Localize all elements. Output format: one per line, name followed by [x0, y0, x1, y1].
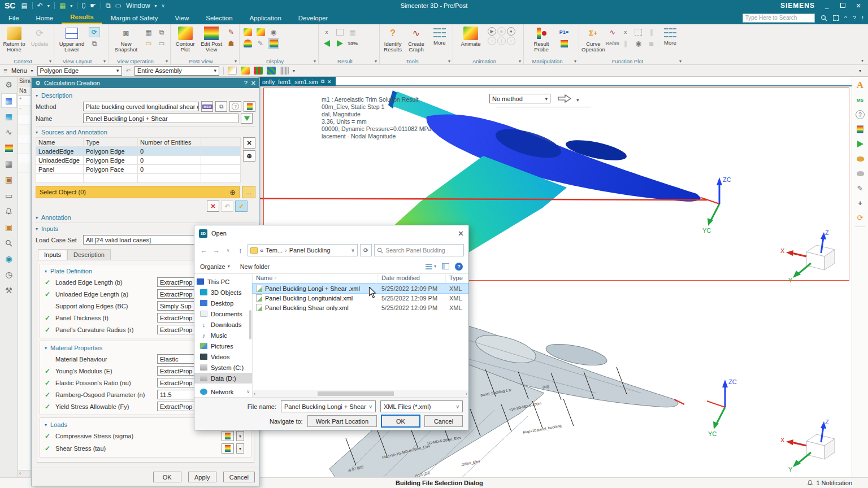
- table-row[interactable]: Panel Polygon Face 0: [36, 165, 241, 174]
- animate-button[interactable]: Animate: [455, 25, 486, 47]
- sidebar-pictures[interactable]: Pictures: [194, 341, 252, 351]
- window-dropdown-icon[interactable]: ▾: [155, 3, 157, 8]
- breadcrumb-leaf[interactable]: Panel Buckling: [289, 247, 331, 254]
- customize-tools-icon[interactable]: ⚒: [1, 283, 17, 298]
- group-dialog-icon[interactable]: ▾: [519, 59, 521, 64]
- name-field[interactable]: Panel Buckling Longi + Shear: [83, 114, 238, 123]
- tab-developer[interactable]: Developer: [290, 11, 336, 24]
- simulation-navigator-icon[interactable]: ▦: [1, 93, 17, 108]
- alerts-icon[interactable]: !: [862, 15, 863, 21]
- table-row-empty[interactable]: [36, 174, 241, 183]
- scroll-left-icon[interactable]: ‹: [19, 470, 21, 476]
- address-dropdown-icon[interactable]: ∨: [351, 247, 355, 253]
- ok-button[interactable]: OK: [153, 472, 181, 482]
- identify-results-button[interactable]: ? Identify Results: [382, 25, 403, 53]
- snap-more-icon[interactable]: ▾: [293, 68, 295, 73]
- new-snapshot-button[interactable]: ◙ New Snapshot: [111, 25, 141, 53]
- accept-selection-button[interactable]: ✓: [235, 201, 248, 212]
- section-annotation[interactable]: ▾Annotation: [36, 214, 255, 221]
- y-window-icon[interactable]: ∥: [620, 38, 631, 49]
- sidebar-scrollbar[interactable]: [249, 310, 251, 339]
- sim-file-tab[interactable]: onfly_fem1_sim1.sim ⧉ ✕: [258, 77, 336, 86]
- help-icon[interactable]: ?: [853, 15, 856, 21]
- group-dialog-icon[interactable]: ▾: [314, 59, 316, 64]
- open-ok-button[interactable]: OK: [381, 415, 420, 427]
- new-part-icon[interactable]: ▣: [1, 220, 17, 234]
- sidebar-music[interactable]: ♪Music: [194, 330, 252, 341]
- file-row-selected[interactable]: Panel Buckling Longi + Shear .xml 5/25/2…: [253, 284, 468, 293]
- sidebar-videos[interactable]: Videos: [194, 351, 252, 362]
- scroll-left-icon[interactable]: ‹: [254, 391, 255, 396]
- method-field[interactable]: Plate buckling curved longitudinal shear…: [83, 102, 199, 111]
- name-options-button[interactable]: [241, 113, 253, 124]
- sidebar-downloads[interactable]: ↓Downloads: [194, 319, 252, 330]
- file-type-combo[interactable]: XML Files (*.xml)∨: [380, 400, 463, 412]
- microphone-icon[interactable]: [82, 3, 85, 8]
- method-help-button[interactable]: ?: [229, 101, 241, 112]
- menu-button[interactable]: Menu: [11, 67, 27, 74]
- table-row[interactable]: UnloadedEdge Polygon Edge 0: [36, 156, 241, 165]
- new-folder-button[interactable]: New folder: [240, 263, 270, 270]
- file-row[interactable]: Panel Buckling Longitunidal.xml 5/25/202…: [253, 293, 468, 303]
- result-probe-button[interactable]: Result Probe: [526, 25, 557, 53]
- orient-cube-icon[interactable]: [242, 27, 253, 37]
- dialog-title-bar[interactable]: ⚙ Calculation Creation ? ✕: [32, 78, 259, 88]
- window-new-icon[interactable]: ▭: [115, 2, 121, 10]
- function-navigator-icon[interactable]: ∿: [1, 125, 17, 140]
- address-bar[interactable]: « Tem... › Panel Buckling ∨: [248, 244, 358, 256]
- fit-plot-icon[interactable]: [633, 27, 644, 37]
- plot-trend-icon[interactable]: ∿: [607, 27, 618, 37]
- pause-animation-icon[interactable]: ∥: [497, 37, 506, 45]
- select-object-bar[interactable]: Select Object (0) ⊕: [36, 186, 240, 198]
- sidebar-system-c[interactable]: System (C:): [194, 362, 252, 373]
- snap-color-icon[interactable]: [241, 67, 250, 75]
- sidebar-documents[interactable]: Documents: [194, 308, 252, 319]
- eye-colorbar-icon[interactable]: ◉: [268, 27, 279, 37]
- tab-close-icon[interactable]: ✕: [327, 79, 332, 85]
- history-clock-icon[interactable]: ◷: [1, 267, 17, 282]
- group-dialog-icon[interactable]: ▾: [375, 59, 377, 64]
- results-manager-icon[interactable]: [1, 141, 17, 155]
- fullscreen-icon[interactable]: [833, 15, 839, 21]
- upper-and-lower-button[interactable]: Upper and Lower: [57, 25, 87, 53]
- entity-type-combo[interactable]: Polygon Edge ▾: [37, 66, 122, 76]
- stress-dropdown-button[interactable]: ▾: [236, 443, 244, 454]
- forward-icon[interactable]: →: [211, 246, 222, 255]
- tools-more-button[interactable]: More: [429, 25, 450, 46]
- undo-dropdown-icon[interactable]: ▾: [47, 3, 50, 8]
- help-circle-icon[interactable]: ?: [853, 108, 867, 121]
- add-source-button[interactable]: ⊕: [243, 150, 255, 162]
- collapse-ribbon-icon[interactable]: ^: [844, 15, 847, 21]
- column-name[interactable]: Name ^: [253, 274, 378, 283]
- snap-highlight-icon[interactable]: [228, 67, 237, 75]
- navigator-row[interactable]: [18, 125, 31, 134]
- view-tag-icon[interactable]: ▭: [143, 38, 154, 49]
- group-dialog-icon[interactable]: ▾: [574, 59, 576, 64]
- tab-results[interactable]: Results: [62, 11, 102, 24]
- col-count[interactable]: Number of Entities: [138, 138, 201, 147]
- scroll-right-icon[interactable]: ›: [466, 391, 467, 396]
- plot-snapshot-icon[interactable]: ◙: [646, 38, 657, 49]
- navigator-hscroll[interactable]: ‹: [18, 470, 31, 477]
- dialog-help-icon[interactable]: ?: [244, 80, 248, 86]
- tab-view[interactable]: View: [167, 11, 198, 24]
- window-grid-icon[interactable]: ▦: [1, 156, 17, 171]
- tab-detach-icon[interactable]: ⧉: [321, 79, 324, 85]
- close-button[interactable]: ✕: [854, 2, 862, 10]
- navigator-row[interactable]: −: [18, 106, 31, 115]
- group-dialog-icon[interactable]: ▾: [49, 59, 51, 64]
- sidebar-network[interactable]: Network∨: [194, 386, 252, 397]
- cancel-button[interactable]: Cancel: [223, 472, 255, 482]
- ribbon-overflow-icon[interactable]: ▾: [861, 58, 863, 63]
- tab-selection[interactable]: Selection: [197, 11, 241, 24]
- copy-view-icon[interactable]: ⧉: [156, 27, 167, 37]
- stress-source-button[interactable]: [222, 443, 234, 454]
- group-dialog-icon[interactable]: ▾: [679, 59, 682, 64]
- contour-plot-button[interactable]: Contour Plot: [173, 25, 198, 53]
- image-capture-icon[interactable]: ▦: [59, 2, 66, 10]
- cube-list-icon[interactable]: [255, 27, 266, 37]
- notification-bell-icon[interactable]: [1, 204, 17, 219]
- percent-step-icon[interactable]: 10%: [347, 38, 358, 49]
- group-dialog-icon[interactable]: ▾: [166, 59, 168, 64]
- create-graph-button[interactable]: ∿ Create Graph: [405, 25, 427, 53]
